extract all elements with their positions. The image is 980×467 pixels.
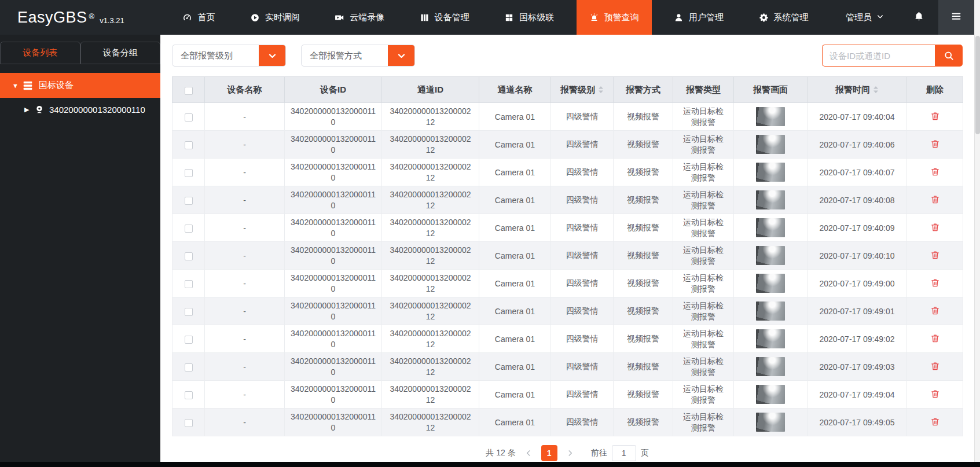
alarm-snapshot-image[interactable]: [756, 246, 785, 265]
delete-cell: [907, 325, 963, 353]
alarm-time-cell: 2020-07-17 09:49:04: [808, 381, 907, 409]
row-checkbox[interactable]: [185, 141, 193, 149]
row-checkbox[interactable]: [185, 308, 193, 316]
alarm-snapshot-image[interactable]: [756, 107, 785, 126]
sort-icon[interactable]: [873, 86, 879, 94]
tab-device-group[interactable]: 设备分组: [80, 42, 161, 64]
nav-item-play-circle[interactable]: 实时调阅: [237, 0, 313, 35]
search-button[interactable]: [935, 45, 963, 67]
table-row: - 34020000001320000110 34020000001320000…: [172, 409, 963, 436]
header-alarm-level[interactable]: 报警级别: [551, 77, 614, 103]
caret-down-icon[interactable]: ▼: [12, 82, 23, 89]
row-checkbox[interactable]: [185, 419, 193, 427]
row-checkbox[interactable]: [185, 113, 193, 122]
nav-item-gear[interactable]: 系统管理: [746, 0, 821, 35]
delete-button[interactable]: [930, 361, 940, 371]
alarm-type-cell: 运动目标检测报警: [673, 242, 734, 270]
table-row: - 34020000001320000110 34020000001320000…: [172, 381, 963, 409]
nav-item-columns[interactable]: 设备管理: [407, 0, 482, 35]
alarm-method-cell: 视频报警: [614, 159, 673, 186]
header-alarm-snapshot: 报警画面: [734, 77, 808, 103]
delete-button[interactable]: [930, 111, 940, 121]
admin-dropdown[interactable]: 管理员: [831, 0, 900, 35]
alarm-type-cell: 运动目标检测报警: [673, 325, 734, 353]
alarm-snapshot-image[interactable]: [756, 357, 785, 376]
alarm-method-select-button[interactable]: [388, 45, 414, 66]
alarm-level-cell: 四级警情: [551, 381, 614, 409]
select-all-checkbox[interactable]: [185, 87, 193, 95]
delete-button[interactable]: [930, 139, 940, 149]
alarm-snapshot-image[interactable]: [756, 218, 785, 237]
tree-node-gb-devices[interactable]: ▼ 国标设备: [0, 73, 160, 98]
alarm-time-cell: 2020-07-17 09:49:03: [808, 353, 907, 381]
device-name-cell: -: [205, 103, 285, 131]
camera-icon: [35, 105, 44, 114]
alarm-snapshot-image[interactable]: [756, 274, 785, 293]
alarm-snapshot-image[interactable]: [756, 190, 785, 209]
header-device-id-label: 设备ID: [320, 84, 346, 94]
header-channel-id: 通道ID: [382, 77, 479, 103]
delete-button[interactable]: [930, 250, 940, 260]
row-checkbox[interactable]: [185, 197, 193, 205]
chevron-down-icon: [267, 51, 277, 61]
goto-page-input[interactable]: [612, 445, 636, 461]
page-number-button[interactable]: 1: [541, 445, 557, 461]
row-checkbox[interactable]: [185, 363, 193, 372]
device-id-cell: 34020000001320000110: [285, 159, 382, 186]
nav-item-dashboard[interactable]: 首页: [170, 0, 227, 35]
prev-page-button[interactable]: [524, 449, 533, 457]
alarm-method-select[interactable]: 全部报警方式: [301, 45, 415, 67]
chevron-down-icon: [397, 51, 406, 61]
nav-item-grid[interactable]: 国标级联: [491, 0, 567, 35]
search-icon: [944, 50, 954, 61]
scrollbar-thumb[interactable]: [975, 36, 980, 134]
alarm-level-cell: 四级警情: [551, 353, 614, 381]
alarm-snapshot-image[interactable]: [756, 301, 785, 321]
alarm-snapshot-image[interactable]: [756, 329, 785, 348]
row-checkbox[interactable]: [185, 391, 193, 399]
alarm-snapshot-image[interactable]: [756, 385, 785, 404]
alarm-type-cell: 运动目标检测报警: [673, 270, 734, 297]
device-id-cell: 34020000001320000110: [285, 242, 382, 270]
row-checkbox[interactable]: [185, 169, 193, 177]
tab-device-list[interactable]: 设备列表: [0, 42, 80, 64]
row-checkbox[interactable]: [185, 225, 193, 233]
delete-button[interactable]: [930, 306, 940, 315]
channel-id-cell: 34020000001320000212: [382, 159, 479, 186]
hamburger-menu-button[interactable]: [938, 0, 974, 35]
nav-item-siren[interactable]: 预警查询: [577, 0, 652, 35]
delete-button[interactable]: [930, 167, 940, 176]
delete-button[interactable]: [930, 417, 940, 426]
search-input[interactable]: [822, 45, 935, 67]
next-page-button[interactable]: [566, 449, 574, 457]
page-unit-label: 页: [641, 448, 649, 458]
delete-cell: [907, 409, 963, 436]
delete-button[interactable]: [930, 194, 940, 204]
nav-item-user[interactable]: 用户管理: [661, 0, 736, 35]
channel-name-cell: Camera 01: [479, 381, 551, 409]
alarm-snapshot-cell: [734, 381, 808, 409]
tree-node-device[interactable]: ▶ 34020000001320000110: [0, 98, 160, 121]
row-checkbox[interactable]: [185, 252, 193, 260]
delete-button[interactable]: [930, 222, 940, 232]
trash-icon: [930, 222, 940, 232]
header-alarm-time[interactable]: 报警时间: [808, 77, 907, 103]
alarm-level-select[interactable]: 全部报警级别: [172, 45, 286, 67]
delete-button[interactable]: [930, 333, 940, 343]
alarm-level-select-button[interactable]: [259, 45, 285, 66]
sort-icon[interactable]: [598, 86, 604, 94]
nav-item-video-camera[interactable]: 云端录像: [322, 0, 397, 35]
notifications-button[interactable]: [900, 0, 938, 35]
delete-button[interactable]: [930, 278, 940, 288]
alarm-snapshot-image[interactable]: [756, 163, 785, 182]
alarm-snapshot-image[interactable]: [756, 135, 785, 154]
caret-right-icon[interactable]: ▶: [24, 106, 35, 113]
page-scrollbar[interactable]: [974, 0, 980, 467]
row-checkbox[interactable]: [185, 336, 193, 344]
delete-button[interactable]: [930, 389, 940, 399]
hamburger-icon: [950, 10, 963, 25]
alarm-snapshot-cell: [734, 214, 808, 242]
trash-icon: [930, 111, 940, 121]
row-checkbox[interactable]: [185, 280, 193, 288]
alarm-snapshot-image[interactable]: [756, 413, 785, 432]
